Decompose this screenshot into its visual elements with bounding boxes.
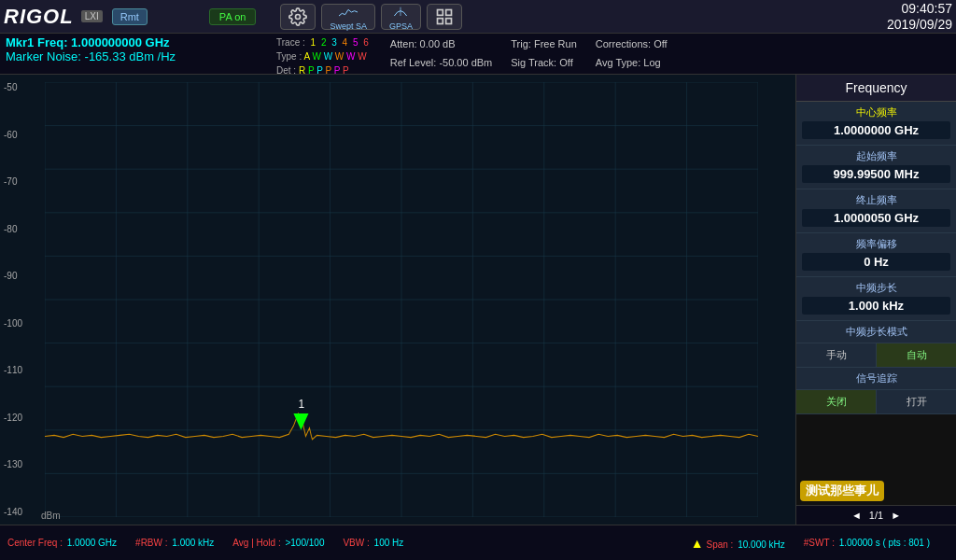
svg-rect-3 — [446, 9, 452, 15]
signal-trace-pair: 关闭 打开 — [796, 390, 956, 414]
main-area: -50 -60 -70 -80 -90 -100 -110 -120 -130 … — [0, 75, 956, 525]
center-freq-btn[interactable]: 中心频率 1.0000000 GHz — [796, 102, 956, 146]
swt-status-label: #SWT : — [804, 538, 835, 548]
vbw-status: VBW : 100 Hz — [343, 538, 403, 548]
avg-hold-status-label: Avg | Hold : — [232, 538, 280, 548]
start-freq-label: 起始频率 — [802, 149, 950, 163]
freq-offset-btn[interactable]: 频率偏移 0 Hz — [796, 233, 956, 277]
vbw-status-value: 100 Hz — [374, 538, 404, 548]
mkr-freq-label: Mkr1 Freq: — [6, 35, 67, 49]
stop-freq-value: 1.0000050 GHz — [802, 209, 950, 227]
span-status: ▲ Span : 10.000 kHz — [691, 536, 785, 551]
gpsa-btn[interactable]: GPSA — [381, 4, 421, 30]
trace-5[interactable]: 5 — [353, 37, 358, 48]
swt-status: #SWT : 1.00000 s ( pts : 801 ) — [804, 538, 930, 548]
y-label-80: -80 — [4, 224, 22, 234]
freq-btn-group: 中心频率 1.0000000 GHz 起始频率 999.99500 MHz 终止… — [796, 102, 956, 525]
signal-trace-off-btn[interactable]: 关闭 — [796, 390, 877, 413]
swt-status-value: 1.00000 s ( pts : 801 ) — [839, 538, 930, 548]
freq-offset-value: 0 Hz — [802, 253, 950, 271]
svg-text:1: 1 — [298, 398, 304, 412]
ref-level-value: Ref Level: -50.00 dBm — [390, 54, 492, 73]
step-mode-manual-btn[interactable]: 手动 — [796, 343, 877, 367]
svg-rect-4 — [437, 18, 443, 23]
step-mode-container: 中频步长模式 — [796, 321, 956, 343]
corrections-value: Corrections: Off — [596, 35, 668, 54]
marker-info: Mkr1 Freq: 1.000000000 GHz Marker Noise:… — [6, 35, 267, 63]
vbw-status-label: VBW : — [343, 538, 369, 548]
rmt-badge[interactable]: Rmt — [112, 8, 148, 25]
page-prev-btn[interactable]: ◄ — [851, 510, 862, 521]
swept-sa-btn[interactable]: Swept SA — [321, 4, 375, 30]
time-display: 09:40:57 — [887, 1, 952, 17]
mkr-freq-value: 1.000000000 GHz — [71, 35, 170, 49]
trig-value: Trig: Free Run — [511, 35, 577, 54]
freq-step-btn[interactable]: 中频步长 1.000 kHz — [796, 277, 956, 321]
span-status-value: 10.000 kHz — [738, 539, 785, 550]
start-freq-btn[interactable]: 起始频率 999.99500 MHz — [796, 146, 956, 189]
svg-point-0 — [296, 14, 301, 19]
step-mode-label: 中频步长模式 — [802, 325, 950, 339]
trace-info: Trace : 1 2 3 4 5 6 Type : A W W W W W D… — [276, 35, 372, 77]
y-label-130: -130 — [4, 459, 22, 469]
swept-sa-label: Swept SA — [330, 21, 367, 31]
chart-container: -50 -60 -70 -80 -90 -100 -110 -120 -130 … — [0, 75, 795, 525]
mkr-noise-value: -165.33 dBm /Hz — [85, 49, 176, 63]
y-label-90: -90 — [4, 271, 22, 281]
status-bar: Center Freq : 1.0000 GHz #RBW : 1.000 kH… — [0, 525, 956, 560]
rbw-status: #RBW : 1.000 kHz — [135, 538, 214, 548]
svg-rect-2 — [437, 9, 443, 15]
trace-4[interactable]: 4 — [343, 37, 348, 48]
info-bar: Mkr1 Freq: 1.000000000 GHz Marker Noise:… — [0, 34, 956, 75]
watermark-area: 测试那些事儿 — [796, 414, 956, 505]
settings-icon-btn[interactable] — [280, 4, 316, 30]
freq-offset-label: 频率偏移 — [802, 237, 950, 251]
step-mode-pair: 手动 自动 — [796, 343, 956, 368]
rbw-status-label: #RBW : — [135, 538, 167, 548]
trace-1[interactable]: 1 — [311, 37, 316, 48]
watermark-badge: 测试那些事儿 — [800, 481, 884, 501]
trace-3[interactable]: 3 — [331, 37, 337, 48]
y-unit-label: dBm — [41, 511, 61, 521]
y-axis-labels: -50 -60 -70 -80 -90 -100 -110 -120 -130 … — [4, 82, 22, 517]
lxi-badge: LXI — [81, 10, 103, 22]
start-freq-value: 999.99500 MHz — [802, 165, 950, 183]
freq-step-label: 中频步长 — [802, 281, 950, 295]
signal-trace-container: 信号追踪 — [796, 368, 956, 390]
date-display: 2019/09/29 — [887, 17, 952, 33]
y-label-50: -50 — [4, 82, 22, 92]
page-next-btn[interactable]: ► — [891, 510, 901, 521]
center-freq-value: 1.0000000 GHz — [802, 121, 950, 139]
chart-grid-svg: 1 — [45, 82, 758, 517]
stop-freq-label: 终止频率 — [802, 193, 950, 207]
signal-trace-label: 信号追踪 — [802, 371, 950, 385]
top-right-time: 09:40:57 2019/09/29 — [887, 1, 952, 33]
signal-trace-on-btn[interactable]: 打开 — [877, 390, 956, 413]
page-nav: ◄ 1/1 ► — [796, 505, 956, 525]
trace-6[interactable]: 6 — [363, 37, 369, 48]
y-label-120: -120 — [4, 413, 22, 423]
freq-step-value: 1.000 kHz — [802, 297, 950, 315]
span-triangle-icon: ▲ — [691, 536, 704, 551]
right-panel-title: Frequency — [796, 75, 956, 102]
atten-value: Atten: 0.00 dB — [390, 35, 492, 54]
y-label-110: -110 — [4, 365, 22, 375]
avg-hold-status: Avg | Hold : >100/100 — [232, 538, 324, 548]
gpsa-label: GPSA — [389, 21, 413, 31]
grid-icon-btn[interactable] — [427, 4, 462, 30]
trig-info: Trig: Free Run Sig Track: Off — [511, 35, 577, 73]
trace-2[interactable]: 2 — [321, 37, 327, 48]
center-freq-status-label: Center Freq : — [7, 538, 63, 548]
avg-type-value: Avg Type: Log — [596, 54, 668, 73]
rigol-logo: RIGOL — [4, 5, 74, 29]
type-label: Type : — [276, 51, 302, 62]
pa-on-badge[interactable]: PA on — [209, 8, 257, 25]
step-mode-auto-btn[interactable]: 自动 — [877, 343, 956, 367]
y-label-70: -70 — [4, 176, 22, 187]
y-label-60: -60 — [4, 130, 22, 140]
atten-info: Atten: 0.00 dB Ref Level: -50.00 dBm — [390, 35, 492, 73]
rbw-status-value: 1.000 kHz — [172, 538, 214, 548]
sig-track-value: Sig Track: Off — [511, 54, 577, 73]
stop-freq-btn[interactable]: 终止频率 1.0000050 GHz — [796, 189, 956, 233]
y-label-100: -100 — [4, 318, 22, 329]
